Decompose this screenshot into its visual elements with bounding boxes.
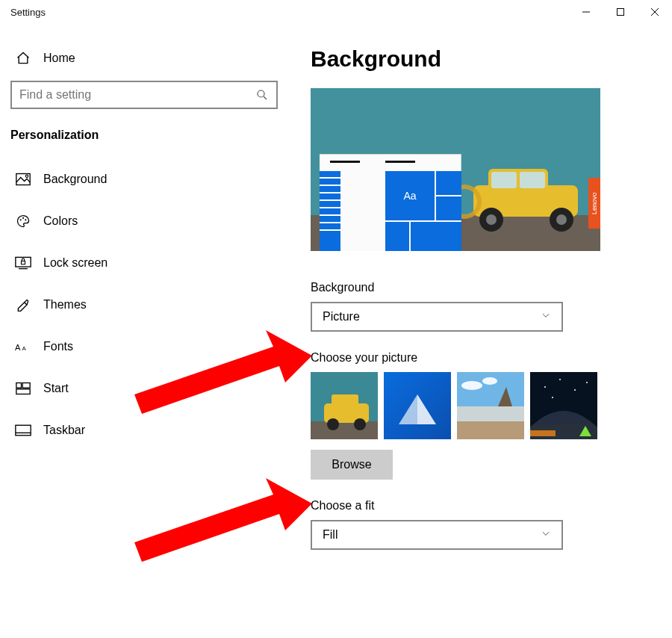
settings-window: Settings Home Person [0,0,672,638]
sidebar-item-label: Colors [43,214,78,228]
fit-dropdown-value: Fill [323,528,337,542]
fonts-icon: AA [15,340,31,353]
svg-point-49 [559,379,561,380]
search-input[interactable] [19,88,255,102]
preview-blue-strip [320,171,340,251]
svg-point-48 [544,386,546,388]
palette-icon [15,214,31,229]
svg-point-9 [22,217,24,219]
desktop-preview: Lenovo Aa [311,88,600,251]
taskbar-icon [15,424,31,436]
sidebar-item-fonts[interactable]: AA Fonts [10,326,278,368]
svg-rect-53 [530,430,556,436]
preview-aa-text: Aa [403,190,416,202]
title-bar: Settings [0,0,672,24]
svg-point-29 [486,214,497,225]
svg-rect-36 [332,394,358,406]
svg-point-38 [354,418,366,430]
picture-thumbnail-4[interactable] [530,372,597,439]
browse-button[interactable]: Browse [311,450,393,480]
sidebar-item-colors[interactable]: Colors [10,200,278,242]
themes-icon [15,297,31,312]
svg-rect-1 [617,9,624,16]
sidebar-item-label: Start [43,382,69,395]
svg-point-4 [258,90,264,97]
chevron-down-icon [541,528,551,542]
svg-point-43 [461,381,482,390]
main-panel: Background Lenovo [288,24,672,638]
page-title: Background [311,46,650,72]
sidebar: Home Personalization Background [0,24,288,638]
svg-rect-16 [16,383,22,388]
svg-point-8 [20,219,22,220]
svg-rect-34 [311,421,378,439]
choose-picture-label: Choose your picture [311,351,650,365]
background-dropdown-value: Picture [323,310,360,323]
brand-badge: Lenovo [588,178,600,229]
svg-rect-42 [457,406,524,421]
close-button[interactable] [638,0,672,24]
home-label: Home [43,52,75,65]
background-dropdown[interactable]: Picture [311,302,563,332]
svg-text:A: A [22,345,26,352]
search-icon [255,88,269,102]
sidebar-item-label: Taskbar [43,424,85,437]
svg-point-52 [552,397,553,398]
sidebar-item-label: Themes [43,298,87,312]
preview-sample-window: Aa [320,154,461,251]
svg-point-44 [482,377,497,385]
sidebar-item-lockscreen[interactable]: Lock screen [10,242,278,284]
svg-line-5 [264,96,267,99]
fit-label: Choose a fit [311,499,650,512]
preview-tiles: Aa [385,171,461,251]
fit-dropdown[interactable]: Fill [311,520,563,550]
minimize-button[interactable] [569,0,603,24]
sidebar-item-label: Lock screen [43,256,108,270]
sidebar-item-start[interactable]: Start [10,368,278,409]
lockscreen-icon [15,256,31,270]
nav-list: Background Colors Lock screen [10,158,278,451]
svg-rect-13 [21,261,25,264]
svg-rect-26 [491,172,517,188]
svg-point-10 [25,219,26,220]
picture-thumbnail-1[interactable] [311,372,378,439]
browse-button-label: Browse [332,458,371,471]
picture-thumbnail-2[interactable] [384,372,451,439]
picture-icon [15,173,31,186]
chevron-down-icon [541,310,551,323]
sidebar-item-label: Background [43,173,107,186]
picture-thumbnail-3[interactable] [457,372,524,439]
svg-point-51 [586,382,588,383]
start-icon [15,382,31,395]
home-button[interactable]: Home [10,40,278,76]
svg-rect-19 [16,425,31,436]
svg-rect-17 [22,383,30,388]
svg-point-50 [574,389,576,391]
window-title: Settings [10,7,569,18]
maximize-button[interactable] [603,0,638,24]
picture-thumbnail-row [311,372,650,439]
content-body: Home Personalization Background [0,24,672,638]
sidebar-item-label: Fonts [43,340,73,353]
sidebar-item-taskbar[interactable]: Taskbar [10,409,278,451]
search-input-container[interactable] [10,81,278,109]
home-icon [15,51,31,66]
svg-point-7 [25,175,28,177]
sidebar-item-themes[interactable]: Themes [10,284,278,326]
svg-rect-18 [16,389,30,394]
background-label: Background [311,281,650,294]
section-title: Personalization [10,128,278,142]
svg-text:A: A [15,343,21,352]
svg-point-31 [556,214,567,225]
sidebar-item-background[interactable]: Background [10,158,278,200]
svg-rect-27 [520,172,545,188]
svg-point-37 [327,418,339,430]
